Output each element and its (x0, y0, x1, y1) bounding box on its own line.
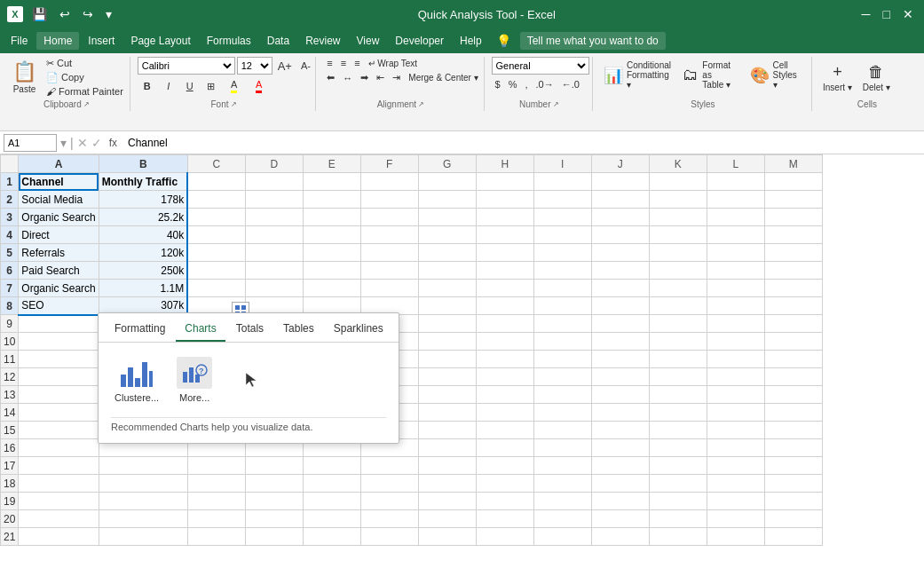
table-cell[interactable] (707, 368, 764, 386)
table-cell[interactable] (707, 280, 764, 297)
table-cell[interactable] (707, 351, 764, 368)
table-cell[interactable] (533, 244, 591, 262)
table-cell[interactable] (649, 386, 707, 404)
decrease-font-button[interactable]: A- (297, 59, 314, 72)
table-cell[interactable] (649, 297, 707, 315)
table-cell[interactable] (19, 510, 99, 528)
table-cell[interactable] (764, 297, 822, 315)
table-cell[interactable] (360, 262, 418, 280)
table-cell[interactable] (533, 173, 591, 191)
table-cell[interactable] (707, 475, 764, 493)
menu-page-layout[interactable]: Page Layout (123, 32, 197, 50)
percent-button[interactable]: % (505, 78, 521, 91)
table-cell[interactable]: 120k (99, 244, 187, 262)
table-cell[interactable] (649, 439, 707, 457)
table-cell[interactable] (303, 475, 360, 493)
table-cell[interactable] (533, 209, 591, 226)
table-cell[interactable] (591, 457, 649, 475)
menu-home[interactable]: Home (36, 32, 79, 50)
table-cell[interactable] (418, 226, 476, 244)
alignment-expand-arrow[interactable]: ↗ (418, 100, 424, 108)
table-cell[interactable] (764, 475, 822, 493)
increase-font-button[interactable]: A+ (274, 59, 296, 74)
decrease-decimal-button[interactable]: ←.0 (558, 78, 583, 91)
table-cell[interactable] (303, 280, 360, 297)
table-cell[interactable] (418, 280, 476, 297)
table-cell[interactable] (591, 475, 649, 493)
table-cell[interactable]: 250k (99, 262, 187, 280)
table-cell[interactable] (764, 510, 822, 528)
comma-button[interactable]: , (521, 78, 531, 91)
customize-button[interactable]: ▾ (102, 5, 115, 23)
table-cell[interactable] (19, 315, 99, 333)
table-cell[interactable] (764, 315, 822, 333)
table-cell[interactable] (303, 244, 360, 262)
table-cell[interactable] (707, 404, 764, 422)
table-cell[interactable] (591, 510, 649, 528)
clipboard-expand-arrow[interactable]: ↗ (83, 100, 90, 108)
indent-increase-button[interactable]: ⇥ (389, 71, 404, 84)
table-cell[interactable] (418, 422, 476, 439)
table-cell[interactable] (360, 209, 418, 226)
table-cell[interactable]: Direct (19, 226, 99, 244)
font-family-select[interactable]: Calibri (138, 57, 235, 75)
border-button[interactable]: ⊞ (201, 80, 221, 93)
table-cell[interactable] (476, 404, 533, 422)
align-top-right-button[interactable]: ≡ (351, 57, 363, 69)
wrap-text-button[interactable]: ↵ Wrap Text (365, 57, 421, 69)
table-cell[interactable] (303, 173, 360, 191)
table-cell[interactable] (764, 386, 822, 404)
table-cell[interactable] (360, 280, 418, 297)
table-cell[interactable] (19, 386, 99, 404)
table-cell[interactable] (245, 528, 303, 546)
table-cell[interactable] (245, 262, 303, 280)
table-cell[interactable] (418, 368, 476, 386)
table-cell[interactable] (476, 475, 533, 493)
font-color-button[interactable]: A (248, 78, 271, 94)
table-cell[interactable] (707, 209, 764, 226)
table-cell[interactable] (591, 351, 649, 368)
table-cell[interactable] (591, 368, 649, 386)
table-cell[interactable] (19, 457, 99, 475)
table-cell[interactable] (533, 280, 591, 297)
cell-styles-button[interactable]: 🎨 CellStyles ▾ (746, 57, 806, 93)
table-cell[interactable] (187, 510, 245, 528)
cut-button[interactable]: ✂ Cut (43, 57, 127, 70)
table-cell[interactable] (476, 262, 533, 280)
table-cell[interactable] (764, 209, 822, 226)
table-cell[interactable] (303, 209, 360, 226)
table-cell[interactable] (418, 528, 476, 546)
undo-button[interactable]: ↩ (56, 5, 74, 23)
table-cell[interactable] (533, 528, 591, 546)
font-size-select[interactable]: 12 (237, 57, 272, 75)
table-cell[interactable] (533, 404, 591, 422)
format-painter-button[interactable]: 🖌 Format Painter (43, 85, 127, 98)
table-cell[interactable] (360, 493, 418, 510)
save-button[interactable]: 💾 (28, 5, 51, 23)
table-cell[interactable] (476, 386, 533, 404)
menu-formulas[interactable]: Formulas (200, 32, 258, 50)
table-cell[interactable] (707, 457, 764, 475)
table-cell[interactable] (418, 333, 476, 351)
table-cell[interactable] (99, 457, 187, 475)
table-cell[interactable] (649, 368, 707, 386)
table-cell[interactable] (476, 315, 533, 333)
table-cell[interactable] (764, 280, 822, 297)
table-cell[interactable] (418, 315, 476, 333)
table-cell[interactable] (533, 315, 591, 333)
number-format-select[interactable]: General (492, 57, 589, 75)
table-cell[interactable] (476, 244, 533, 262)
table-cell[interactable] (99, 528, 187, 546)
align-center-button[interactable]: ↔ (339, 71, 356, 84)
paste-button[interactable]: 📋 Paste (9, 59, 40, 96)
table-cell[interactable] (707, 173, 764, 191)
table-cell[interactable] (591, 386, 649, 404)
col-header-D[interactable]: D (245, 155, 303, 173)
table-cell[interactable] (649, 457, 707, 475)
table-cell[interactable] (187, 280, 245, 297)
table-cell[interactable] (476, 191, 533, 209)
tab-charts[interactable]: Charts (176, 319, 225, 342)
clustered-chart-button[interactable]: Clustere... (111, 353, 162, 406)
table-cell[interactable] (591, 404, 649, 422)
table-cell[interactable] (649, 493, 707, 510)
